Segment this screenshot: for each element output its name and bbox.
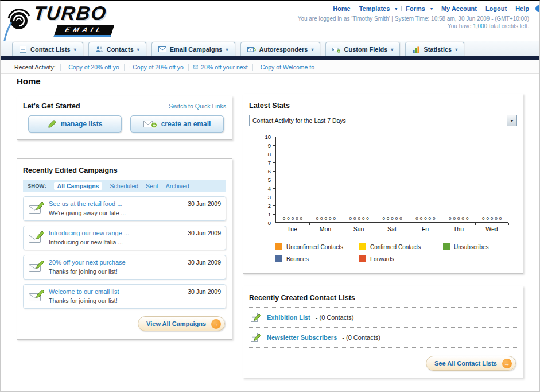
legend-label: Confirmed Contacts xyxy=(370,244,421,250)
bar-value-label: 0 xyxy=(457,216,460,221)
legend-color-swatch xyxy=(443,243,450,250)
logo-sub-wordmark: EMAIL xyxy=(54,25,115,37)
chevron-down-icon: ▾ xyxy=(455,47,457,52)
tab-label: Email Campaigns xyxy=(170,46,223,53)
switch-quick-links-link[interactable]: Switch to Quick Links xyxy=(169,103,226,110)
contact-list-name-link[interactable]: Newsletter Subscribers xyxy=(267,334,337,341)
envelope-plus-icon xyxy=(143,119,157,129)
app-logo[interactable]: TURBO EMAIL xyxy=(6,3,156,39)
campaign-edit-icon xyxy=(28,201,45,215)
bar-value-label: 0 xyxy=(395,216,398,221)
see-all-contact-lists-button[interactable]: See All Contact Lists → xyxy=(426,356,516,371)
filter-sent[interactable]: Sent xyxy=(146,183,158,189)
legend-item: Bounces xyxy=(275,255,359,262)
bar-value-label: 0 xyxy=(391,216,393,221)
bar-value-label: 0 xyxy=(382,216,384,221)
bar-value-label: 0 xyxy=(453,216,456,221)
filter-all-campaigns[interactable]: All Campaigns xyxy=(54,182,103,190)
contact-list-row[interactable]: Newsletter Subscribers - (0 Contacts) xyxy=(249,328,517,348)
utility-nav: Home Templates▾ Forms▾ My Account Logout… xyxy=(333,5,529,12)
y-tick-label: 7 xyxy=(256,160,271,166)
x-tick-label: Wed xyxy=(475,226,508,232)
y-tick-label: 2 xyxy=(256,203,271,209)
campaign-row[interactable]: Introducing our new range ... Introducin… xyxy=(23,226,226,250)
nav-link-forms[interactable]: Forms xyxy=(406,5,425,12)
stats-period-dropdown[interactable]: Contact Activity for the Last 7 Days ▼ xyxy=(249,115,517,126)
get-started-panel: Let's Get Started Switch to Quick Links … xyxy=(17,96,232,140)
campaign-title-link[interactable]: 20% off your next purchase xyxy=(49,259,188,266)
nav-link-my-account[interactable]: My Account xyxy=(441,5,477,12)
tab-statistics[interactable]: Statistics▾ xyxy=(405,42,464,56)
campaign-title-link[interactable]: Welcome to our email list xyxy=(49,288,188,295)
view-all-campaigns-button[interactable]: View All Campaigns → xyxy=(138,316,225,331)
logo-wordmark: TURBO xyxy=(33,2,108,24)
create-email-button[interactable]: create an email xyxy=(130,115,224,133)
campaign-title-link[interactable]: Introducing our new range ... xyxy=(49,230,188,236)
x-tick-label: Thu xyxy=(442,226,475,232)
bar-value-label: 0 xyxy=(333,216,335,221)
bar-value-label: 0 xyxy=(449,216,451,221)
y-tick-label: 5 xyxy=(256,177,271,183)
list-edit-icon xyxy=(250,312,262,323)
campaign-filter-bar: SHOW: All Campaigns Scheduled Sent Archi… xyxy=(23,180,226,192)
nav-link-help[interactable]: Help xyxy=(515,5,529,12)
recent-activity-bar: Recent Activity: Copy of 20% off yo Copy… xyxy=(1,60,539,74)
bar-value-label: 0 xyxy=(499,216,502,221)
recent-activity-item[interactable]: 20% off your next xyxy=(189,64,253,71)
x-tick-label: Fri xyxy=(409,226,442,232)
tab-contacts[interactable]: Contacts▾ xyxy=(88,42,146,56)
main-nav: Contact Lists▾ Contacts▾ Email Campaigns… xyxy=(12,42,464,56)
filter-scheduled[interactable]: Scheduled xyxy=(110,183,138,189)
divider xyxy=(511,6,511,11)
bar-value-label: 0 xyxy=(349,216,352,221)
arrow-right-icon: → xyxy=(211,319,221,329)
recent-activity-item[interactable]: Copy of 20% off yo xyxy=(60,64,125,71)
bar-value-label: 0 xyxy=(325,216,327,221)
tab-email-campaigns[interactable]: Email Campaigns▾ xyxy=(151,42,235,56)
campaign-row[interactable]: Welcome to our email list Thanks for joi… xyxy=(23,284,226,309)
legend-item: Forwards xyxy=(359,255,443,262)
recent-activity-label: Recent Activity: xyxy=(14,64,56,71)
right-column: Latest Stats Contact Activity for the La… xyxy=(243,94,523,378)
bar-group: 00000 xyxy=(376,137,409,222)
nav-link-home[interactable]: Home xyxy=(333,5,351,12)
see-all-contact-lists-label: See All Contact Lists xyxy=(434,360,497,367)
bar-group: 00000 xyxy=(309,137,343,222)
bar-value-label: 0 xyxy=(362,216,364,221)
recent-activity-text: Copy of 20% off yo xyxy=(68,64,119,71)
tab-label: Contacts xyxy=(107,46,134,53)
contact-list-row[interactable]: Exhibition List - (0 Contacts) xyxy=(249,307,517,328)
contact-list-count: - (0 Contacts) xyxy=(316,314,354,321)
campaign-row[interactable]: 20% off your next purchase Thanks for jo… xyxy=(23,255,226,280)
bar-value-label: 0 xyxy=(486,216,488,221)
campaign-row[interactable]: See us at the retail food ... We're givi… xyxy=(23,196,226,221)
y-tick-label: 8 xyxy=(256,151,271,157)
campaign-date: 30 Jun 2009 xyxy=(188,288,221,305)
bar-value-label: 0 xyxy=(387,216,389,221)
nav-link-templates[interactable]: Templates xyxy=(359,5,390,12)
y-tick-mark xyxy=(273,223,275,223)
bar-value-label: 0 xyxy=(300,216,302,221)
contact-list-name-link[interactable]: Exhibition List xyxy=(267,314,310,321)
divider xyxy=(355,6,355,11)
manage-lists-button[interactable]: manage lists xyxy=(28,115,122,133)
legend-color-swatch xyxy=(359,243,366,250)
filter-archived[interactable]: Archived xyxy=(166,183,189,189)
tab-label: Autoresponders xyxy=(259,46,308,53)
manage-lists-label: manage lists xyxy=(61,120,103,128)
contact-activity-chart: 012345678910 000000000000000000000000000… xyxy=(256,137,517,235)
recent-activity-item[interactable]: Copy of Welcome to xyxy=(253,64,317,71)
bar-value-label: 0 xyxy=(283,216,285,221)
pencil-icon xyxy=(48,119,57,129)
tab-custom-fields[interactable]: Custom Fields▾ xyxy=(325,42,400,56)
chart-legend: Unconfirmed ContactsConfirmed ContactsUn… xyxy=(275,243,534,267)
recent-activity-item[interactable]: Copy of 20% off yo xyxy=(125,64,189,71)
nav-link-logout[interactable]: Logout xyxy=(485,5,507,12)
tab-autoresponders[interactable]: Autoresponders▾ xyxy=(240,42,321,56)
contact-lists-icon xyxy=(19,45,27,53)
chevron-down-icon: ▾ xyxy=(74,47,76,52)
tab-contact-lists[interactable]: Contact Lists▾ xyxy=(12,42,83,56)
x-tick-label: Tue xyxy=(275,226,309,232)
campaign-title-link[interactable]: See us at the retail food ... xyxy=(49,200,188,207)
left-column: Let's Get Started Switch to Quick Links … xyxy=(17,96,232,340)
